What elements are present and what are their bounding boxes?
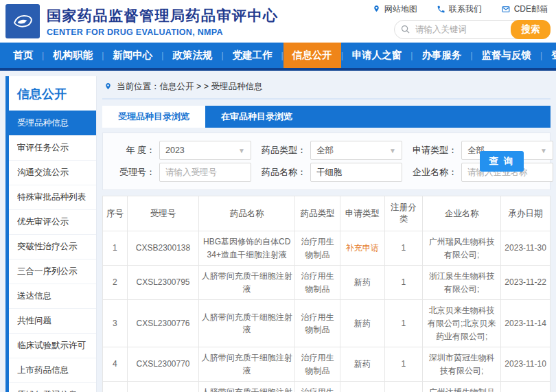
- nav-item-0[interactable]: 首页: [4, 43, 42, 68]
- company-label: 企业名称：: [412, 166, 457, 178]
- nav-item-8[interactable]: 监督与反馈: [473, 43, 541, 68]
- cell-company: 北京贝来生物科技有限公司;北京贝来药业有限公司;: [423, 300, 501, 347]
- cell-apply_type: 新药: [340, 382, 384, 392]
- cell-company: 深圳市茵冠生物科技有限公司;: [423, 347, 501, 382]
- sidebar-item-1[interactable]: 审评任务公示: [9, 135, 96, 160]
- cell-reg_class: 1: [384, 347, 422, 382]
- table-row-4: 5CXSL2300769人脐带间充质干细胞注射液治疗用生物制品新药1广州达博生物…: [103, 382, 551, 392]
- header-search: 搜索: [394, 20, 551, 39]
- year-select-value: 2023: [165, 146, 185, 155]
- sidebar-item-10[interactable]: 上市药品信息: [9, 358, 96, 382]
- sidebar-item-6[interactable]: 三合一序列公示: [9, 259, 96, 284]
- phone-icon: [437, 5, 445, 14]
- sidebar-item-4[interactable]: 优先审评公示: [9, 209, 96, 234]
- main-content: 当前位置：信息公开 > > 受理品种信息 受理品种目录浏览在审品种目录浏览 年 …: [102, 76, 551, 392]
- cell-reg_class: 1: [384, 231, 422, 266]
- cell-company: 浙江泉生生物科技有限公司;: [423, 266, 501, 300]
- nav-item-9[interactable]: 登记备案平台: [542, 43, 556, 68]
- cell-acceptance_no: CXSL2300770: [127, 347, 198, 382]
- cell-acceptance_no: CXSL2300795: [127, 266, 198, 300]
- tab-1[interactable]: 在审品种目录浏览: [205, 106, 308, 128]
- nav-item-4[interactable]: 党建工作: [224, 43, 281, 68]
- cell-apply_type: 新药: [340, 266, 384, 300]
- cell-date: 2023-11-14: [501, 300, 551, 347]
- contact-us-label: 联系我们: [449, 3, 482, 15]
- drug-name-label: 药品名称：: [261, 166, 306, 178]
- main-nav: 首页|机构职能|新闻中心|政策法规|党建工作|信息公开|申请人之窗|办事服务|监…: [0, 43, 556, 71]
- site-map-link[interactable]: 网站地图: [372, 3, 417, 15]
- header-right: 网站地图 联系我们 CDE邮箱 搜索: [372, 3, 551, 39]
- tab-0[interactable]: 受理品种目录浏览: [102, 106, 205, 128]
- cell-drug_name: 人脐带间充质干细胞注射液: [199, 382, 295, 392]
- cell-reg_class: 1: [384, 300, 422, 347]
- cell-drug_type: 治疗用生物制品: [295, 300, 340, 347]
- cell-acceptance_no: CXSL2300769: [127, 382, 198, 392]
- acceptance-no-input[interactable]: [159, 163, 251, 182]
- contact-us-link[interactable]: 联系我们: [437, 3, 482, 15]
- cell-seq: 4: [103, 347, 128, 382]
- site-titles: 国家药品监督管理局药品审评中心 CENTER FOR DRUG EVALUATI…: [47, 6, 279, 37]
- search-icon: [400, 24, 410, 37]
- nav-item-3[interactable]: 政策法规: [163, 43, 221, 68]
- cell-seq: 1: [103, 231, 128, 266]
- col-header-apply_type: 申请类型: [340, 196, 384, 231]
- table-header-row: 序号受理号药品名称药品类型申请类型注册分类企业名称承办日期: [103, 196, 551, 231]
- cell-seq: 2: [103, 266, 128, 300]
- filter-row-1: 年 度： 2023 ▼ 药品类型： 全部 ▼ 申请类型：: [110, 141, 543, 160]
- col-header-date: 承办日期: [501, 196, 551, 231]
- nav-item-2[interactable]: 新闻中心: [104, 43, 161, 68]
- swan-emblem-icon: [9, 6, 36, 36]
- table-body: 1CXSB2300138HBG基因修饰的自体CD34+造血干细胞注射液治疗用生物…: [103, 231, 551, 392]
- apply-type-label: 申请类型：: [412, 144, 457, 157]
- site-map-label: 网站地图: [384, 3, 417, 15]
- cell-seq: 5: [103, 382, 128, 392]
- table-row-0: 1CXSB2300138HBG基因修饰的自体CD34+造血干细胞注射液治疗用生物…: [103, 231, 551, 266]
- cell-acceptance_no: CXSB2300138: [127, 231, 198, 266]
- cell-company: 广州瑞风生物科技有限公司;: [423, 231, 501, 266]
- cell-drug_type: 治疗用生物制品: [295, 266, 340, 300]
- cell-date: 2023-11-10: [501, 347, 551, 382]
- cell-reg_class: 1: [384, 266, 422, 300]
- sidebar-item-2[interactable]: 沟通交流公示: [9, 160, 96, 185]
- breadcrumb-pin-icon: [104, 82, 113, 91]
- sidebar-item-7[interactable]: 送达信息: [9, 284, 96, 308]
- table-row-1: 2CXSL2300795人脐带间充质干细胞注射液治疗用生物制品新药1浙江泉生生物…: [103, 266, 551, 300]
- col-header-reg_class: 注册分类: [384, 196, 422, 231]
- acceptance-no-label: 受理号：: [110, 166, 155, 178]
- nav-item-1[interactable]: 机构职能: [44, 43, 102, 68]
- cde-mail-label: CDE邮箱: [514, 3, 548, 15]
- sidebar: 信息公开 受理品种信息审评任务公示沟通交流公示特殊审批品种列表优先审评公示突破性…: [5, 76, 97, 392]
- cell-reg_class: 1: [384, 382, 422, 392]
- drug-type-select[interactable]: 全部 ▼: [310, 141, 402, 160]
- site-title: 国家药品监督管理局药品审评中心: [47, 6, 279, 25]
- sidebar-item-0[interactable]: 受理品种信息: [9, 111, 96, 135]
- site-subtitle: CENTER FOR DRUG EVALUATION, NMPA: [47, 27, 279, 37]
- tabs-bar: 受理品种目录浏览在审品种目录浏览: [102, 106, 551, 128]
- cell-drug_name: 人脐带间充质干细胞注射液: [199, 266, 295, 300]
- breadcrumb-text: 当前位置：信息公开 > > 受理品种信息: [117, 81, 263, 93]
- cell-acceptance_no: CXSL2300776: [127, 300, 198, 347]
- cell-drug_name: 人脐带间充质干细胞注射液: [199, 300, 295, 347]
- sidebar-item-11[interactable]: 原辅包登记信息: [9, 382, 96, 392]
- drug-name-input[interactable]: [310, 163, 402, 182]
- sidebar-item-8[interactable]: 共性问题: [9, 308, 96, 333]
- cell-drug_type: 治疗用生物制品: [295, 231, 340, 266]
- sidebar-item-9[interactable]: 临床试验默示许可: [9, 333, 96, 358]
- nav-item-7[interactable]: 办事服务: [413, 43, 470, 68]
- cell-date: 2023-11-22: [501, 266, 551, 300]
- search-button[interactable]: 搜索: [511, 20, 551, 39]
- sidebar-item-3[interactable]: 特殊审批品种列表: [9, 185, 96, 209]
- sidebar-item-5[interactable]: 突破性治疗公示: [9, 234, 96, 259]
- table-row-3: 4CXSL2300770人脐带间充质干细胞注射液治疗用生物制品新药1深圳市茵冠生…: [103, 347, 551, 382]
- nav-item-6[interactable]: 申请人之窗: [343, 43, 411, 68]
- query-button[interactable]: 查 询: [480, 151, 524, 172]
- nav-item-5[interactable]: 信息公开: [283, 43, 341, 68]
- cell-date: 2023-11-10: [501, 382, 551, 392]
- drug-type-filter: 药品类型： 全部 ▼: [261, 141, 402, 160]
- drug-type-select-value: 全部: [316, 145, 334, 157]
- cell-apply_type: 补充申请: [340, 231, 384, 266]
- year-select[interactable]: 2023 ▼: [159, 141, 251, 160]
- breadcrumb: 当前位置：信息公开 > > 受理品种信息: [102, 76, 551, 100]
- cde-mail-link[interactable]: CDE邮箱: [501, 3, 548, 15]
- cde-logo[interactable]: [5, 4, 40, 38]
